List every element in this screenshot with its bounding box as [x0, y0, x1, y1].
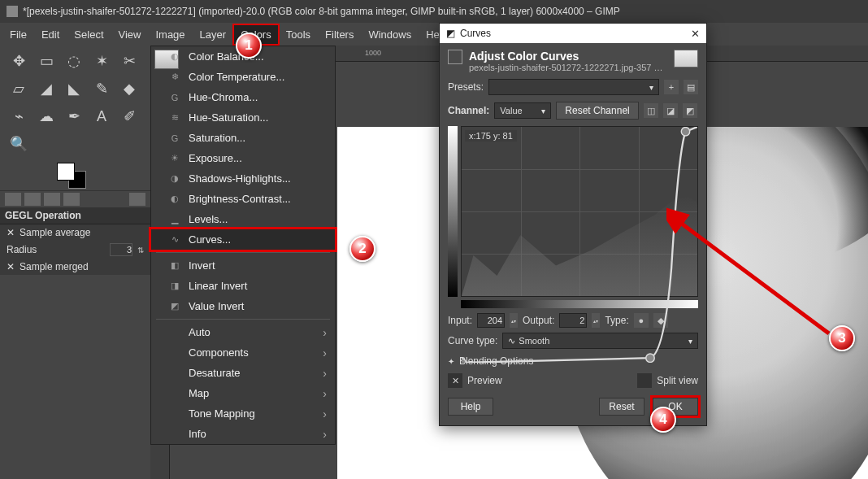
curve-tooltip: x:175 y: 81	[465, 130, 517, 142]
presets-select[interactable]: ▾	[488, 79, 659, 95]
menu-item-label: Brightness-Contrast...	[189, 193, 291, 205]
opt-radius[interactable]: Radius ⇅	[0, 241, 150, 259]
annotation-3: 3	[829, 325, 855, 351]
annotation-4: 4	[650, 407, 676, 433]
fuzzy-select-icon[interactable]: ✶	[91, 50, 112, 72]
reset-button[interactable]: Reset	[599, 398, 644, 416]
reset-channel-button[interactable]: Reset Channel	[556, 102, 638, 120]
menu-windows[interactable]: Windows	[362, 25, 418, 44]
menu-edit[interactable]: Edit	[35, 25, 66, 44]
smudge-tool-icon[interactable]: ☁	[36, 106, 57, 127]
menu-file[interactable]: File	[3, 25, 33, 44]
menu-item-hue-chroma[interactable]: GHue-Chroma...	[151, 87, 335, 107]
expand-icon[interactable]: ✦	[448, 357, 454, 366]
menu-select[interactable]: Select	[67, 25, 110, 44]
dock-tabs	[0, 190, 150, 207]
menu-view[interactable]: View	[112, 25, 148, 44]
svg-point-1	[646, 354, 654, 362]
dialog-titlebar[interactable]: ◩ Curves ✕	[440, 24, 706, 43]
menu-item-levels[interactable]: ▁Levels...	[151, 209, 335, 229]
menu-item-color-temperature[interactable]: ❄Color Temperature...	[151, 67, 335, 87]
opt-sample-average[interactable]: ✕ Sample average	[0, 224, 150, 241]
histogram-linear-icon[interactable]: ◫	[644, 103, 658, 118]
menu-item-linear-invert[interactable]: ◨Linear Invert	[151, 276, 335, 296]
menu-item-label: Color Temperature...	[189, 71, 284, 83]
dock-menu-icon[interactable]	[129, 193, 145, 206]
color-picker-icon[interactable]: ✐	[119, 106, 140, 127]
help-button[interactable]: Help	[448, 398, 493, 416]
menu-item-info[interactable]: Info	[151, 424, 335, 444]
gradient-tool-icon[interactable]: ◣	[63, 78, 85, 99]
chevron-down-icon: ▾	[649, 83, 653, 92]
menu-item-desaturate[interactable]: Desaturate	[151, 363, 335, 383]
text-tool-icon[interactable]: A	[91, 106, 112, 127]
menu-item-icon: ☀	[169, 153, 180, 164]
menu-item-icon: ▁	[169, 214, 180, 225]
menu-item-brightness-contrast[interactable]: ◐Brightness-Contrast...	[151, 189, 335, 209]
histogram-perc-icon[interactable]: ◩	[683, 103, 697, 118]
radius-input[interactable]	[110, 243, 132, 256]
fg-bg-color[interactable]	[0, 159, 150, 190]
close-icon[interactable]: ✕	[691, 28, 700, 40]
free-select-icon[interactable]: ◌	[63, 50, 85, 72]
spinner-icon[interactable]: ⇅	[137, 246, 144, 255]
menu-item-shadows-highlights[interactable]: ◑Shadows-Highlights...	[151, 168, 335, 189]
menu-image[interactable]: Image	[149, 25, 191, 44]
ruler-tick: 1000	[365, 49, 381, 57]
crop-tool-icon[interactable]: ✂	[119, 50, 140, 72]
zoom-tool-icon[interactable]: 🔍	[8, 133, 29, 155]
split-view-checkbox[interactable]	[637, 373, 652, 388]
move-tool-icon[interactable]: ✥	[8, 50, 29, 72]
menu-tools[interactable]: Tools	[280, 25, 317, 44]
close-x-icon[interactable]: ✕	[7, 261, 15, 272]
paintbrush-icon[interactable]: ✎	[91, 78, 112, 99]
menu-item-hue-saturation[interactable]: ≋Hue-Saturation...	[151, 107, 335, 128]
dialog-subtitle: pexels-justin-shaifer-501272-1222271.jpg…	[469, 63, 664, 72]
menu-layer[interactable]: Layer	[193, 25, 233, 44]
eraser-tool-icon[interactable]: ◆	[119, 78, 140, 99]
menu-item-icon: ◐	[169, 51, 180, 63]
menu-item-icon: G	[169, 133, 180, 144]
fg-color-swatch[interactable]	[57, 163, 75, 181]
clone-tool-icon[interactable]: ⌁	[8, 106, 29, 127]
dock-tab-4[interactable]	[63, 193, 80, 206]
menu-item-invert[interactable]: ◧Invert	[151, 255, 335, 276]
histogram-log-icon[interactable]: ◪	[663, 103, 678, 118]
menu-item-exposure[interactable]: ☀Exposure...	[151, 148, 335, 168]
close-x-icon[interactable]: ✕	[7, 227, 15, 238]
bucket-fill-icon[interactable]: ◢	[36, 78, 57, 99]
preview-row: ✕ Preview Split view	[440, 370, 706, 391]
dock-tab-2[interactable]	[24, 193, 41, 206]
rect-select-icon[interactable]: ▭	[36, 50, 57, 72]
opt-label: Radius	[7, 244, 105, 255]
opt-sample-merged[interactable]: ✕ Sample merged	[0, 259, 150, 275]
menu-item-label: Info	[189, 428, 206, 440]
preset-menu-icon[interactable]: ▤	[684, 80, 698, 94]
curve-line[interactable]	[462, 127, 697, 363]
add-preset-icon[interactable]: +	[664, 80, 679, 94]
curves-icon	[448, 50, 462, 64]
menu-item-tone-mapping[interactable]: Tone Mapping	[151, 403, 335, 424]
split-view-label: Split view	[657, 375, 698, 386]
menu-item-value-invert[interactable]: ◩Value Invert	[151, 296, 335, 316]
preview-checkbox[interactable]: ✕	[448, 373, 462, 388]
transform-tool-icon[interactable]: ▱	[8, 78, 29, 99]
curves-graph[interactable]: x:175 y: 81	[461, 126, 698, 297]
svg-line-3	[676, 220, 829, 333]
menu-item-saturation[interactable]: GSaturation...	[151, 128, 335, 148]
path-tool-icon[interactable]: ✒	[63, 106, 85, 127]
menu-item-label: Curves...	[189, 233, 231, 246]
channel-select[interactable]: Value▾	[494, 102, 551, 119]
menu-filters[interactable]: Filters	[319, 25, 360, 44]
menu-item-auto[interactable]: Auto	[151, 322, 335, 342]
menu-item-icon: ❄	[169, 72, 180, 83]
menu-item-components[interactable]: Components	[151, 342, 335, 363]
menu-item-label: Tone Mapping	[189, 407, 255, 420]
menu-item-curves[interactable]: ∿Curves...	[151, 229, 335, 250]
menu-item-map[interactable]: Map	[151, 383, 335, 403]
menu-item-label: Linear Invert	[189, 280, 247, 292]
curves-editor[interactable]: x:175 y: 81	[448, 126, 698, 297]
dock-tab-3[interactable]	[44, 193, 60, 206]
dock-tab-1[interactable]	[5, 193, 21, 206]
svg-point-2	[681, 128, 689, 136]
